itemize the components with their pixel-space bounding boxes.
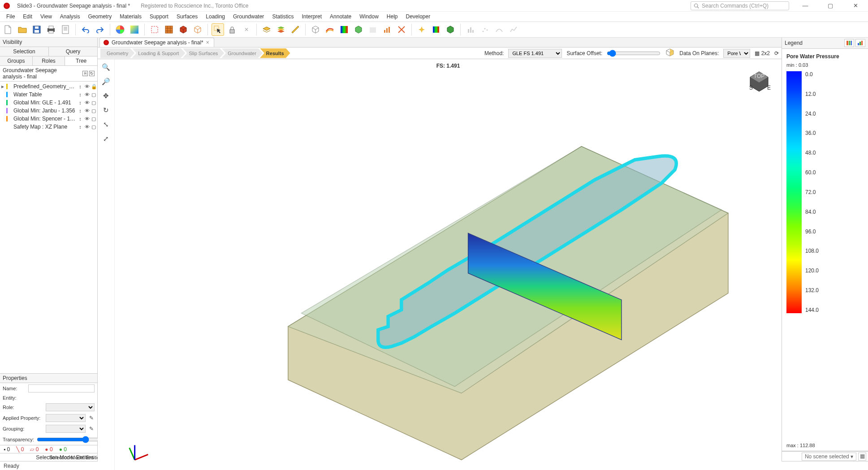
cube-green2-icon[interactable] bbox=[444, 23, 457, 36]
doc-tab-close-icon[interactable]: × bbox=[206, 39, 209, 46]
tree-action-icon[interactable]: ▢ bbox=[91, 92, 96, 98]
method-select[interactable]: GLE FS 1.491 bbox=[508, 49, 562, 58]
colormap-icon[interactable] bbox=[114, 23, 126, 36]
menu-groundwater[interactable]: Groundwater bbox=[229, 13, 268, 21]
tree-action-icon[interactable]: 👁 bbox=[84, 92, 90, 98]
tree-row[interactable]: ▸ Predefined_Geometry_Slide2 ↕👁🔒 bbox=[1, 82, 96, 91]
rainbow-icon[interactable] bbox=[430, 23, 442, 36]
open-file-button[interactable] bbox=[16, 23, 29, 36]
tree-action-icon[interactable]: ↕ bbox=[78, 84, 83, 90]
tree-action-icon[interactable]: ▢ bbox=[91, 100, 96, 106]
tab-roles[interactable]: Roles bbox=[33, 56, 65, 65]
pan-icon[interactable]: ✥ bbox=[101, 91, 112, 101]
menu-analysis[interactable]: Analysis bbox=[56, 13, 84, 21]
menu-support[interactable]: Support bbox=[146, 13, 172, 21]
tree-action-icon[interactable]: ↕ bbox=[78, 100, 83, 106]
legend-chart-icon[interactable] bbox=[855, 39, 865, 47]
line-chart-icon[interactable] bbox=[507, 23, 520, 36]
tree-action-icon[interactable]: 👁 bbox=[84, 108, 90, 114]
menu-edit[interactable]: Edit bbox=[19, 13, 36, 21]
fit-icon[interactable]: ⤡ bbox=[101, 119, 112, 130]
tree-row[interactable]: Safety Map : XZ Plane ↕👁▢ bbox=[1, 123, 96, 131]
cross-icon[interactable] bbox=[395, 23, 408, 36]
scatter-icon[interactable] bbox=[479, 23, 491, 36]
wf-results[interactable]: Results bbox=[260, 48, 290, 58]
menu-window[interactable]: Window bbox=[356, 13, 382, 21]
report-button[interactable] bbox=[59, 23, 72, 36]
measure-icon[interactable] bbox=[289, 23, 302, 36]
new-file-button[interactable] bbox=[2, 23, 14, 36]
reload-icon[interactable]: ⟳ bbox=[774, 50, 779, 56]
tree-action-icon[interactable]: 👁 bbox=[84, 100, 90, 106]
tree-action-icon[interactable]: ↕ bbox=[78, 124, 83, 130]
menu-loading[interactable]: Loading bbox=[202, 13, 229, 21]
view-compass[interactable]: TOP S E bbox=[746, 68, 773, 95]
expand-icon[interactable]: ⤢ bbox=[101, 134, 112, 144]
undo-button[interactable] bbox=[79, 23, 92, 36]
scene-dropdown[interactable]: No scene selected ▾ bbox=[802, 453, 856, 461]
tree-action-icon[interactable]: 👁 bbox=[84, 116, 90, 122]
redo-button[interactable] bbox=[94, 23, 106, 36]
edit-applied-icon[interactable]: ✎ bbox=[88, 415, 95, 421]
tree-action-icon[interactable]: ▢ bbox=[91, 124, 96, 130]
pointer-select-button[interactable] bbox=[212, 23, 224, 36]
chart-bar-icon[interactable] bbox=[381, 23, 393, 36]
grid-layout-icon[interactable]: ▦ 2x2 bbox=[755, 50, 770, 56]
zoom-in-icon[interactable]: 🔍 bbox=[101, 62, 112, 73]
clear-icon[interactable]: ✕ bbox=[240, 23, 253, 36]
grid-icon[interactable] bbox=[163, 23, 175, 36]
layers-icon[interactable] bbox=[260, 23, 273, 36]
tree-action-icon[interactable]: ▢ bbox=[91, 116, 96, 122]
tree-row[interactable]: Global Min: Janbu - 1.356 ↕👁▢ bbox=[1, 107, 96, 115]
role-select[interactable] bbox=[46, 403, 95, 411]
cube-green-icon[interactable] bbox=[352, 23, 365, 36]
lock-selection-icon[interactable] bbox=[226, 23, 238, 36]
tree-action-icon[interactable]: ▢ bbox=[91, 108, 96, 114]
tab-query[interactable]: Query bbox=[49, 47, 97, 56]
menu-file[interactable]: File bbox=[3, 13, 18, 21]
layers-stack-icon[interactable] bbox=[275, 23, 287, 36]
offset-slider[interactable] bbox=[607, 49, 661, 58]
document-tab[interactable]: Groundwater Seepage analysis - final* × bbox=[99, 38, 214, 47]
edit-grouping-icon[interactable]: ✎ bbox=[88, 426, 95, 432]
tree-action-icon[interactable]: ↕ bbox=[78, 116, 83, 122]
grouping-select[interactable] bbox=[46, 425, 86, 433]
gradient-icon[interactable] bbox=[128, 23, 141, 36]
menu-annotate[interactable]: Annotate bbox=[326, 13, 355, 21]
refresh-icon[interactable]: ↻ bbox=[89, 71, 95, 76]
legend-settings-icon[interactable] bbox=[844, 39, 854, 47]
cube-solid-icon[interactable] bbox=[177, 23, 190, 36]
name-field[interactable] bbox=[28, 384, 95, 392]
tree-action-icon[interactable]: ↕ bbox=[78, 92, 83, 98]
copy-icon[interactable]: ⎘ bbox=[82, 71, 88, 76]
maximize-button[interactable]: ▢ bbox=[821, 2, 839, 9]
menu-view[interactable]: View bbox=[37, 13, 56, 21]
tree-action-icon[interactable]: 👁 bbox=[84, 84, 90, 90]
applied-select[interactable] bbox=[46, 414, 86, 422]
close-button[interactable]: ✕ bbox=[846, 2, 864, 9]
transparency-slider[interactable] bbox=[37, 436, 99, 444]
menu-interpret[interactable]: Interpret bbox=[298, 13, 325, 21]
data-planes-select[interactable]: Pore Wa bbox=[723, 49, 750, 58]
save-button[interactable] bbox=[30, 23, 43, 36]
print-button[interactable] bbox=[45, 23, 57, 36]
export-icon[interactable] bbox=[367, 23, 379, 36]
curve-icon[interactable] bbox=[493, 23, 505, 36]
rotate-icon[interactable]: ↻ bbox=[101, 105, 112, 116]
zoom-out-icon[interactable]: 🔎 bbox=[101, 76, 112, 87]
menu-surfaces[interactable]: Surfaces bbox=[173, 13, 201, 21]
gradient-cube-icon[interactable] bbox=[338, 23, 350, 36]
wf-geometry[interactable]: Geometry bbox=[100, 48, 134, 58]
tree-row[interactable]: Water Table ↕👁▢ bbox=[1, 91, 96, 99]
canvas-3d[interactable]: FS: 1.491 bbox=[115, 59, 782, 470]
menu-developer[interactable]: Developer bbox=[402, 13, 434, 21]
tree-action-icon[interactable]: ↕ bbox=[78, 108, 83, 114]
minimize-button[interactable]: — bbox=[796, 2, 814, 9]
select-box-icon[interactable] bbox=[148, 23, 161, 36]
wf-groundwater[interactable]: Groundwater bbox=[221, 48, 263, 58]
bar-chart-icon[interactable] bbox=[464, 23, 477, 36]
menu-materials[interactable]: Materials bbox=[116, 13, 145, 21]
wf-slip[interactable]: Slip Surfaces bbox=[182, 48, 224, 58]
menu-help[interactable]: Help bbox=[383, 13, 402, 21]
search-commands[interactable]: Search Commands (Ctrl+Q) bbox=[691, 1, 789, 10]
